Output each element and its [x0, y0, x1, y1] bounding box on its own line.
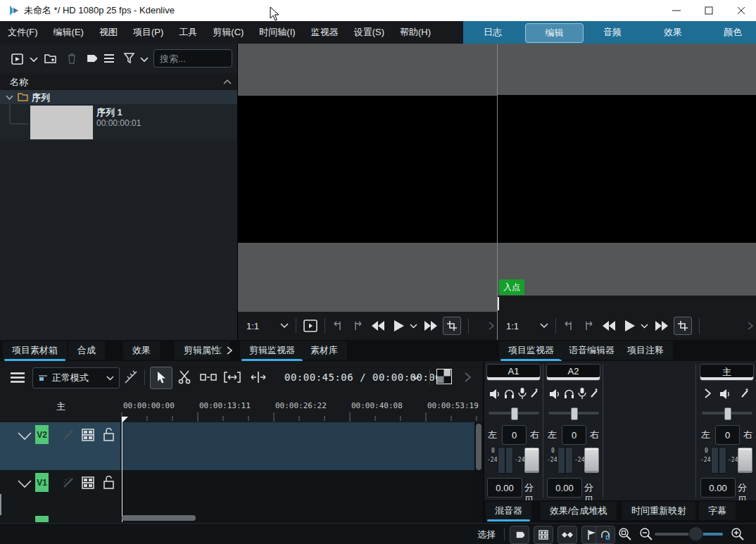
solo-icon[interactable]	[504, 388, 515, 399]
menu-tools[interactable]: 工具	[171, 21, 205, 44]
tab-project-bin[interactable]: 项目素材箱	[3, 341, 67, 360]
seekbar-playhead[interactable]	[498, 297, 499, 310]
selection-tool-button[interactable]	[150, 367, 172, 389]
track-header-v2[interactable]: V2	[0, 422, 120, 470]
zone-in-icon[interactable]	[332, 320, 344, 331]
tab-effect-stack[interactable]: 效果/合成堆栈	[541, 502, 617, 520]
pan-slider-handle[interactable]	[724, 407, 731, 420]
zoom-in-icon[interactable]	[731, 527, 745, 541]
workspace-tab-editing[interactable]: 编辑	[525, 23, 584, 43]
tag-icon[interactable]	[85, 53, 97, 65]
show-markers-button[interactable]	[510, 526, 529, 544]
filter-dropdown-icon[interactable]	[140, 57, 149, 63]
collapse-icon[interactable]	[223, 80, 232, 84]
play-icon[interactable]	[625, 320, 635, 331]
db-spinbox[interactable]: 0.00	[700, 478, 736, 498]
folder-expand-icon[interactable]	[6, 95, 13, 100]
timeline-horizontal-scrollbar[interactable]	[122, 515, 196, 521]
pan-slider-handle[interactable]	[571, 407, 578, 420]
track-badge-partial[interactable]	[35, 516, 49, 522]
filter-icon[interactable]	[124, 53, 134, 63]
project-toolbar-overflow-icon[interactable]	[748, 322, 753, 330]
tab-project-notes[interactable]: 项目注释	[618, 341, 673, 360]
tab-clip-monitor[interactable]: 剪辑监视器	[240, 341, 304, 360]
track-lane-v1[interactable]	[121, 470, 474, 512]
solo-icon[interactable]	[564, 388, 574, 399]
zone-out-icon[interactable]	[583, 320, 594, 331]
zone-in-icon[interactable]	[563, 320, 574, 331]
project-zoom-level[interactable]: 1:1	[506, 321, 519, 331]
channel-name-button[interactable]: 主	[700, 364, 754, 381]
workspace-tab-effects[interactable]: 效果	[652, 23, 694, 42]
bin-search-input[interactable]	[153, 49, 232, 68]
rewind-icon[interactable]	[603, 321, 615, 331]
master-track-button[interactable]: 主	[56, 400, 65, 413]
forward-icon[interactable]	[424, 321, 437, 331]
expand-icon[interactable]	[705, 388, 711, 398]
db-spinbox[interactable]: 0.00	[547, 478, 582, 498]
track-thumbnails-icon[interactable]	[82, 476, 94, 489]
menu-project[interactable]: 项目(P)	[125, 21, 171, 44]
zoom-fit-icon[interactable]	[618, 527, 632, 541]
channel-name-button[interactable]: A2	[546, 364, 600, 381]
balance-spinbox[interactable]: 0	[502, 425, 527, 445]
track-effects-icon[interactable]	[62, 476, 75, 489]
bin-folder-row[interactable]: 序列	[0, 90, 238, 104]
mute-icon[interactable]	[550, 389, 560, 399]
bin-column-header[interactable]: 名称	[0, 73, 238, 91]
timeline-menu-icon[interactable]	[10, 372, 25, 383]
volume-fader-handle[interactable]	[738, 448, 752, 473]
channel-name-button[interactable]: A1	[486, 364, 541, 381]
timeline-ruler[interactable]: 主 00:00:00:00 00:00:13:11 00:00:26:22 00…	[0, 394, 484, 422]
bin-empty-area[interactable]	[0, 141, 238, 340]
ripple-tool-icon[interactable]	[250, 372, 267, 383]
zoom-out-icon[interactable]	[639, 527, 653, 541]
audio-thumbnails-button[interactable]	[596, 526, 615, 544]
balance-spinbox[interactable]: 0	[562, 425, 586, 445]
track-badge-v1[interactable]: V1	[35, 473, 49, 492]
track-header-partial[interactable]	[0, 512, 120, 522]
clip-monitor-video[interactable]	[238, 96, 497, 243]
spacer-tool-icon[interactable]	[200, 373, 217, 381]
volume-fader-handle[interactable]	[584, 448, 599, 473]
clip-toolbar-overflow-icon[interactable]	[489, 322, 494, 330]
clip-zoom-level[interactable]: 1:1	[246, 321, 259, 331]
timecode-dropdown-icon[interactable]	[412, 375, 420, 380]
project-monitor-video[interactable]	[498, 95, 756, 243]
tab-scroll-right-icon[interactable]	[227, 346, 232, 355]
bin-clip-row[interactable]: 序列 1 00:00:00:01	[0, 104, 238, 141]
menu-view[interactable]: 视图	[92, 21, 125, 44]
mix-clips-icon[interactable]	[124, 370, 138, 384]
project-zoom-dropdown-icon[interactable]	[540, 323, 548, 329]
slip-tool-icon[interactable]	[224, 372, 241, 383]
tab-effects[interactable]: 效果	[123, 341, 160, 360]
zoom-slider-handle[interactable]	[688, 526, 703, 541]
timeline-toolbar-overflow-icon[interactable]	[465, 372, 471, 382]
track-thumbnails-icon[interactable]	[82, 429, 94, 441]
maximize-button[interactable]	[693, 0, 725, 21]
zone-mode-button[interactable]	[674, 317, 692, 335]
track-effects-icon[interactable]	[62, 429, 75, 441]
zone-mode-button[interactable]	[443, 317, 461, 335]
effects-icon[interactable]	[589, 388, 599, 398]
track-lock-icon[interactable]	[103, 476, 114, 489]
effects-icon[interactable]	[529, 388, 539, 398]
razor-tool-icon[interactable]	[177, 370, 191, 384]
tab-mixer[interactable]: 混音器	[486, 502, 531, 520]
project-monitor-seekbar[interactable]	[498, 296, 756, 312]
video-thumbnails-button[interactable]	[534, 526, 553, 544]
effects-icon[interactable]	[740, 388, 750, 398]
mixed-audio-video-button[interactable]	[436, 369, 452, 384]
timeline-vertical-scrollbar[interactable]	[476, 424, 481, 470]
track-collapse-icon[interactable]	[18, 480, 32, 488]
tab-subtitles[interactable]: 字幕	[699, 502, 736, 520]
tab-compositions[interactable]: 合成	[68, 341, 105, 360]
play-dropdown-icon[interactable]	[410, 324, 417, 329]
create-folder-icon[interactable]	[44, 53, 57, 64]
snap-button[interactable]	[557, 526, 577, 544]
forward-icon[interactable]	[655, 321, 668, 331]
track-badge-v2[interactable]: V2	[35, 425, 49, 444]
play-dropdown-icon[interactable]	[641, 324, 648, 329]
tab-library[interactable]: 素材库	[301, 341, 347, 360]
track-header-v1[interactable]: V1	[0, 470, 120, 512]
